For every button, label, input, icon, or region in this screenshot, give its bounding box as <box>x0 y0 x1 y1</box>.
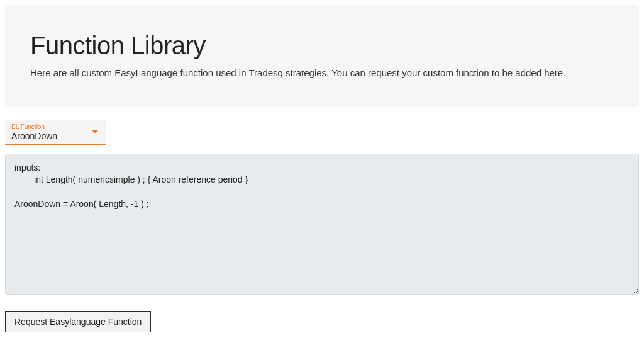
header-panel: Function Library Here are all custom Eas… <box>5 5 639 107</box>
el-function-select-label: EL Function <box>11 123 99 130</box>
chevron-down-icon <box>92 130 98 133</box>
request-easylanguage-function-button[interactable]: Request Easylanguage Function <box>5 311 151 332</box>
el-function-select[interactable]: EL Function AroonDown <box>5 120 106 145</box>
el-function-select-value: AroonDown <box>11 131 99 141</box>
request-row: Request Easylanguage Function <box>0 297 644 332</box>
page-subtitle: Here are all custom EasyLanguage functio… <box>30 66 614 81</box>
code-area-wrapper <box>0 145 644 297</box>
controls-row: EL Function AroonDown <box>0 107 644 145</box>
page-title: Function Library <box>30 31 614 60</box>
code-textarea[interactable] <box>5 154 639 295</box>
